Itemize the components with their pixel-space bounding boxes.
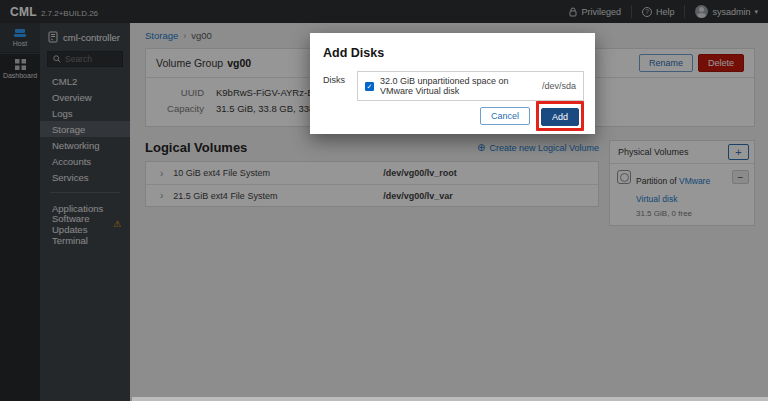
disk-option-device: /dev/sda <box>542 81 576 91</box>
cml-app-window: CML 2.7.2+BUILD.26 Privileged ? Help sys… <box>0 0 768 401</box>
modal-footer: Cancel Add <box>323 101 584 131</box>
modal-title: Add Disks <box>323 46 584 60</box>
disk-checkbox[interactable]: ✓ <box>365 82 374 91</box>
annotation-highlight-box: Add <box>536 101 584 131</box>
cancel-button[interactable]: Cancel <box>480 107 530 125</box>
add-disks-modal: Add Disks Disks ✓ 32.0 GiB unpartitioned… <box>310 33 595 134</box>
disks-label: Disks <box>323 71 349 101</box>
disk-list: ✓ 32.0 GiB unpartitioned space on VMware… <box>357 71 584 101</box>
disk-option-label: 32.0 GiB unpartitioned space on VMware V… <box>380 76 536 96</box>
add-button[interactable]: Add <box>541 108 579 126</box>
modal-body: Disks ✓ 32.0 GiB unpartitioned space on … <box>323 71 584 101</box>
horizontal-scrollbar[interactable] <box>132 397 768 401</box>
disk-option-row[interactable]: ✓ 32.0 GiB unpartitioned space on VMware… <box>358 72 583 100</box>
